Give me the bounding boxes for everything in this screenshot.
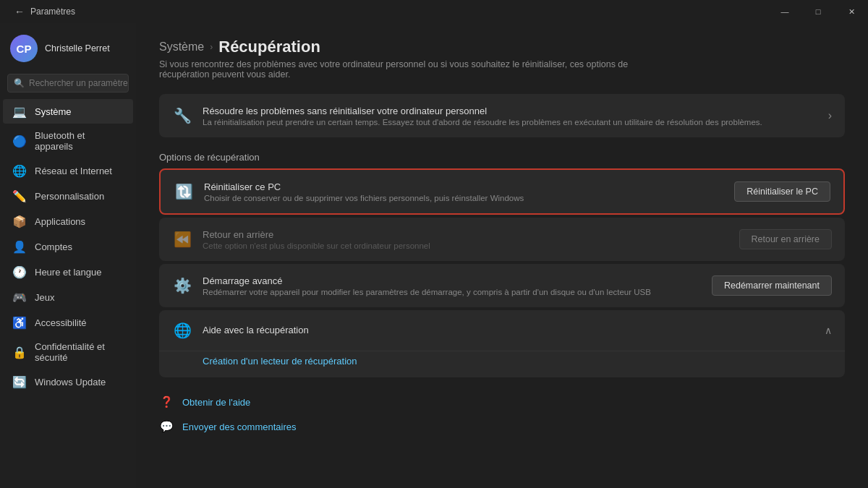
sidebar-item-label-privacy: Confidentialité et sécurité [35, 341, 123, 363]
search-icon: 🔍 [14, 78, 25, 88]
resolve-chevron-icon: › [828, 109, 832, 122]
sidebar-item-label-applications: Applications [35, 216, 85, 227]
games-icon: 🎮 [13, 291, 26, 304]
sidebar-item-label-accessibility: Accessibilité [35, 317, 87, 328]
network-icon: 🌐 [13, 164, 26, 177]
sidebar-item-games[interactable]: 🎮 Jeux [3, 285, 133, 309]
maximize-button[interactable]: □ [801, 0, 835, 23]
sidebar-item-label-personalization: Personnalisation [35, 191, 104, 202]
app-body: CP Christelle Perret 🔍 💻 Système 🔵 Bluet… [0, 23, 868, 488]
advanced-title: Démarrage avancé [203, 275, 702, 286]
search-bar[interactable]: 🔍 [7, 74, 129, 93]
accounts-icon: 👤 [13, 240, 26, 253]
search-input[interactable] [29, 78, 136, 88]
resolve-icon: 🔧 [172, 106, 192, 126]
sidebar-item-applications[interactable]: 📦 Applications [3, 209, 133, 234]
sidebar-item-label-games: Jeux [35, 292, 54, 303]
resolve-card[interactable]: 🔧 Résoudre les problèmes sans réinitiali… [159, 94, 845, 137]
minimize-button[interactable]: — [768, 0, 801, 23]
help-globe-icon: 🌐 [172, 320, 192, 341]
user-profile[interactable]: CP Christelle Perret [0, 26, 136, 71]
advanced-text: Démarrage avancé Redémarrer votre appare… [203, 275, 702, 296]
window-controls: — □ ✕ [768, 0, 868, 23]
sidebar-item-privacy[interactable]: 🔒 Confidentialité et sécurité [3, 335, 133, 369]
resolve-card-text: Résoudre les problèmes sans réinitialise… [203, 106, 818, 127]
close-button[interactable]: ✕ [835, 0, 868, 23]
feedback-icon: 💬 [159, 419, 174, 434]
recovery-row-goback: ⏪ Retour en arrière Cette option n'est p… [159, 218, 845, 261]
recovery-card-reset: 🔃 Réinitialiser ce PC Choisir de conserv… [159, 168, 845, 215]
reset-text: Réinitialiser ce PC Choisir de conserver… [204, 181, 724, 202]
sidebar-item-label-system: Système [35, 106, 72, 117]
sidebar-nav: 💻 Système 🔵 Bluetooth et appareils 🌐 Rés… [0, 98, 136, 395]
sidebar-item-label-time: Heure et langue [35, 267, 102, 278]
goback-icon: ⏪ [172, 229, 192, 249]
sidebar-item-accessibility[interactable]: ♿ Accessibilité [3, 310, 133, 335]
recovery-drive-link[interactable]: Création d'un lecteur de récupération [203, 356, 357, 367]
main-content: Système › Récupération Si vous rencontre… [136, 23, 868, 488]
recovery-row-advanced[interactable]: ⚙️ Démarrage avancé Redémarrer votre app… [159, 264, 845, 307]
breadcrumb-separator: › [210, 42, 213, 52]
titlebar: ← Paramètres — □ ✕ [0, 0, 868, 23]
app-title: Paramètres [30, 7, 859, 17]
recovery-card-goback: ⏪ Retour en arrière Cette option n'est p… [159, 218, 845, 261]
accessibility-icon: ♿ [13, 316, 26, 329]
sidebar-item-network[interactable]: 🌐 Réseau et Internet [3, 158, 133, 183]
avatar: CP [10, 35, 38, 62]
sidebar-item-label-accounts: Comptes [35, 241, 72, 252]
help-section-title: Aide avec la récupération [203, 325, 309, 335]
advanced-icon: ⚙️ [172, 275, 192, 296]
feedback-label[interactable]: Envoyer des commentaires [182, 421, 297, 432]
reset-title: Réinitialiser ce PC [204, 181, 724, 192]
recovery-card-advanced: ⚙️ Démarrage avancé Redémarrer votre app… [159, 264, 845, 307]
applications-icon: 📦 [13, 215, 26, 228]
sidebar-item-bluetooth[interactable]: 🔵 Bluetooth et appareils [3, 124, 133, 158]
get-help-action[interactable]: ❓ Obtenir de l'aide [159, 392, 845, 412]
help-icon: ❓ [159, 395, 174, 409]
goback-text: Retour en arrière Cette option n'est plu… [203, 229, 729, 250]
privacy-icon: 🔒 [13, 346, 26, 359]
system-icon: 💻 [13, 105, 26, 118]
sidebar-item-accounts[interactable]: 👤 Comptes [3, 234, 133, 259]
collapse-icon: ∧ [825, 325, 832, 336]
back-button[interactable]: ← [9, 3, 30, 20]
help-section-header[interactable]: 🌐 Aide avec la récupération ∧ [159, 310, 845, 351]
page-description: Si vous rencontrez des problèmes avec vo… [159, 59, 665, 80]
goback-title: Retour en arrière [203, 229, 729, 240]
recovery-row-reset[interactable]: 🔃 Réinitialiser ce PC Choisir de conserv… [161, 170, 843, 213]
reset-icon: 🔃 [174, 181, 194, 202]
sidebar-item-update[interactable]: 🔄 Windows Update [3, 369, 133, 394]
sidebar-item-system[interactable]: 💻 Système [3, 99, 133, 124]
breadcrumb-parent: Système [159, 40, 204, 53]
resolve-card-desc: La réinitialisation peut prendre un cert… [203, 118, 818, 127]
resolve-card-row[interactable]: 🔧 Résoudre les problèmes sans réinitiali… [159, 94, 845, 137]
update-icon: 🔄 [13, 375, 26, 388]
sidebar-item-label-network: Réseau et Internet [35, 166, 112, 176]
sidebar-item-time[interactable]: 🕐 Heure et langue [3, 260, 133, 284]
recovery-options: 🔃 Réinitialiser ce PC Choisir de conserv… [159, 168, 845, 307]
reset-button[interactable]: Réinitialiser le PC [734, 181, 830, 202]
user-name: Christelle Perret [45, 43, 110, 53]
time-icon: 🕐 [13, 265, 26, 278]
sidebar-item-label-update: Windows Update [35, 377, 106, 388]
breadcrumb: Système › Récupération [159, 38, 845, 56]
sidebar: CP Christelle Perret 🔍 💻 Système 🔵 Bluet… [0, 23, 136, 488]
advanced-desc: Redémarrer votre appareil pour modifier … [203, 288, 702, 296]
sidebar-item-label-bluetooth: Bluetooth et appareils [35, 130, 123, 152]
goback-button: Retour en arrière [739, 229, 833, 249]
bluetooth-icon: 🔵 [13, 134, 26, 147]
feedback-action[interactable]: 💬 Envoyer des commentaires [159, 416, 845, 437]
breadcrumb-current: Récupération [218, 38, 320, 56]
reset-desc: Choisir de conserver ou de supprimer vos… [204, 194, 724, 202]
help-section-content: Création d'un lecteur de récupération [159, 351, 845, 377]
sidebar-item-personalization[interactable]: ✏️ Personnalisation [3, 184, 133, 208]
section-title: Options de récupération [159, 140, 845, 168]
personalization-icon: ✏️ [13, 189, 26, 202]
bottom-actions: ❓ Obtenir de l'aide 💬 Envoyer des commen… [159, 392, 845, 437]
get-help-label[interactable]: Obtenir de l'aide [182, 397, 250, 408]
advanced-button[interactable]: Redémarrer maintenant [712, 275, 832, 296]
help-section-card: 🌐 Aide avec la récupération ∧ Création d… [159, 310, 845, 377]
goback-desc: Cette option n'est plus disponible sur c… [203, 241, 729, 250]
resolve-card-title: Résoudre les problèmes sans réinitialise… [203, 106, 818, 116]
